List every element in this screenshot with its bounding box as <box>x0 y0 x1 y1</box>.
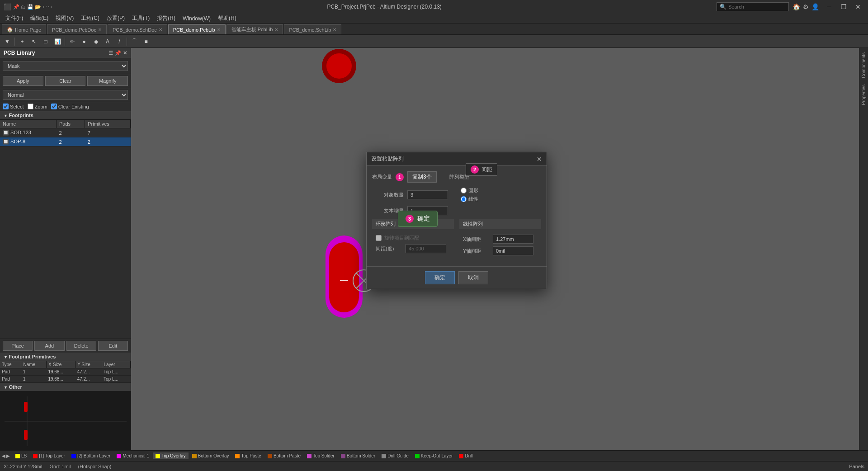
zoom-checkbox[interactable] <box>28 104 33 109</box>
maximize-button[interactable]: ❐ <box>837 2 850 11</box>
panel-pin-btn[interactable]: 📌 <box>115 50 121 56</box>
circle-btn[interactable]: ● <box>79 37 90 47</box>
layer-top-paste[interactable]: Top Paste <box>232 452 264 459</box>
layer-keepout[interactable]: Keep-Out Layer <box>412 452 456 459</box>
add-button[interactable]: Add <box>34 341 64 351</box>
circular-radio-label[interactable]: 圆形 <box>461 187 478 194</box>
chart-btn[interactable]: 📊 <box>52 37 63 47</box>
layer-bottom-overlay[interactable]: Bottom Overlay <box>189 452 232 459</box>
primitives-title[interactable]: Footprint Primitives <box>0 353 131 361</box>
statusbar: X:-22mil Y:128mil Grid: 1mil (Hotspot Sn… <box>0 461 868 471</box>
footprints-title[interactable]: Footprints <box>0 111 131 120</box>
object-count-input[interactable] <box>407 190 448 199</box>
clear-existing-check-label[interactable]: Clear Existing <box>51 104 89 109</box>
layer-top[interactable]: [1] Top Layer <box>30 452 68 459</box>
menu-edit[interactable]: 编辑(E) <box>27 14 52 24</box>
menu-place[interactable]: 放置(P) <box>103 14 128 24</box>
fp-row-sop8[interactable]: 🔲 SOP-8 2 2 <box>0 137 131 146</box>
menu-help[interactable]: 帮助(H) <box>214 14 240 24</box>
linear-radio-label[interactable]: 线性 <box>461 196 478 203</box>
layer-bottom-paste[interactable]: Bottom Paste <box>265 452 303 459</box>
layer-top-overlay[interactable]: Top Overlay <box>153 452 188 459</box>
y-spacing-input[interactable] <box>493 246 533 255</box>
prim-row-1[interactable]: Pad 1 19.68... 47.2... Top L... <box>0 368 131 376</box>
select-check-label[interactable]: Select <box>3 104 24 109</box>
panel-close-btn[interactable]: ✕ <box>123 50 127 56</box>
fill-btn[interactable]: ■ <box>141 37 151 47</box>
search-input[interactable] <box>728 4 778 9</box>
layer-drill[interactable]: Drill <box>456 452 475 459</box>
menu-file[interactable]: 文件(F) <box>2 14 27 24</box>
panels-button[interactable]: Panels <box>849 464 864 469</box>
rotate-checkbox[interactable] <box>376 235 382 241</box>
mask-select[interactable]: Mask <box>3 61 128 71</box>
line-btn[interactable]: / <box>114 37 125 47</box>
place-button[interactable]: Place <box>3 341 33 351</box>
tab-close[interactable]: ✕ <box>159 27 162 32</box>
layer-scroll-right[interactable]: ▶ <box>6 453 10 458</box>
user-icon[interactable]: 👤 <box>811 3 819 10</box>
pencil-btn[interactable]: ✏ <box>67 37 78 47</box>
spacing-angle-input[interactable] <box>406 244 446 253</box>
prim-ysize: 47.2... <box>75 376 102 383</box>
menu-project[interactable]: 工程(C) <box>77 14 103 24</box>
layer-mech1[interactable]: Mechanical 1 <box>114 452 152 459</box>
x-spacing-input[interactable] <box>493 235 533 244</box>
select-btn[interactable]: ↖ <box>28 37 39 47</box>
other-title[interactable]: Other <box>0 383 131 391</box>
search-box[interactable]: 🔍 <box>717 2 789 11</box>
prim-row-2[interactable]: Pad 1 19.68... 47.2... Top L... <box>0 376 131 383</box>
minimize-button[interactable]: ─ <box>823 2 835 11</box>
normal-select[interactable]: Normal Masked Dimmed Hidden <box>3 90 128 100</box>
tab-close[interactable]: ✕ <box>333 27 336 32</box>
linear-radio[interactable] <box>461 196 467 202</box>
rect-btn[interactable]: □ <box>40 37 51 47</box>
menu-view[interactable]: 视图(V) <box>52 14 77 24</box>
clear-button[interactable]: Clear <box>45 76 86 86</box>
filter-btn[interactable]: ▼ <box>2 37 13 47</box>
tab-close[interactable]: ✕ <box>274 27 278 32</box>
dialog-ok-button[interactable]: 确定 <box>425 271 455 284</box>
layer-ls[interactable]: LS <box>13 452 29 459</box>
tab-pcblib[interactable]: PCB_demo.PcbLib ✕ <box>168 24 226 34</box>
svg-rect-4 <box>24 430 28 440</box>
zoom-check-label[interactable]: Zoom <box>28 104 47 109</box>
edit-button[interactable]: Edit <box>98 341 128 351</box>
properties-tab[interactable]: Properties <box>860 82 867 108</box>
circular-radio[interactable] <box>461 188 467 193</box>
layer-bottom-solder[interactable]: Bottom Solder <box>338 452 378 459</box>
text-btn[interactable]: A <box>102 37 113 47</box>
add-btn[interactable]: + <box>17 37 28 47</box>
dialog-close-button[interactable]: ✕ <box>537 155 542 163</box>
magnify-button[interactable]: Magnify <box>87 76 128 86</box>
layer-scroll-left[interactable]: ◀ <box>2 453 5 458</box>
fp-row-sod123[interactable]: 🔲 SOD-123 2 7 <box>0 128 131 137</box>
search-icon: 🔍 <box>720 4 726 10</box>
diamond-btn[interactable]: ◆ <box>90 37 101 47</box>
tab-close[interactable]: ✕ <box>217 27 221 32</box>
clear-existing-checkbox[interactable] <box>51 104 57 109</box>
menu-reports[interactable]: 报告(R) <box>153 14 179 24</box>
tab-home[interactable]: 🏠 Home Page <box>2 24 46 34</box>
close-button[interactable]: ✕ <box>852 2 864 11</box>
layer-bottom[interactable]: [2] Bottom Layer <box>69 452 113 459</box>
dialog-cancel-button[interactable]: 取消 <box>458 271 488 284</box>
layer-top-solder[interactable]: Top Solder <box>304 452 337 459</box>
tab-smartcar[interactable]: 智能车主板.PcbLib ✕ <box>226 24 283 34</box>
tab-schdoc[interactable]: PCB_demo.SchDoc ✕ <box>108 24 167 34</box>
components-tab[interactable]: Components <box>860 50 867 81</box>
home-icon[interactable]: 🏠 <box>793 3 800 10</box>
tab-schlib[interactable]: PCB_demo.SchLib ✕ <box>284 24 341 34</box>
layer-drill-guide[interactable]: Drill Guide <box>379 452 411 459</box>
panel-menu-btn[interactable]: ☰ <box>108 50 113 56</box>
menu-window[interactable]: Window(W) <box>179 14 214 24</box>
apply-button[interactable]: Apply <box>3 76 43 86</box>
arc-btn[interactable]: ⌒ <box>129 37 140 47</box>
tab-close[interactable]: ✕ <box>98 27 102 32</box>
delete-button[interactable]: Delete <box>66 341 96 351</box>
canvas-area[interactable]: — 设置粘贴阵列 ✕ 布局变量 1 复制3个 阵列类型 <box>131 48 859 450</box>
select-checkbox[interactable] <box>3 104 9 109</box>
tab-pcbdoc[interactable]: PCB_demo.PcbDoc ✕ <box>47 24 107 34</box>
settings-icon[interactable]: ⚙ <box>803 3 809 10</box>
menu-tools[interactable]: 工具(T) <box>128 14 153 24</box>
